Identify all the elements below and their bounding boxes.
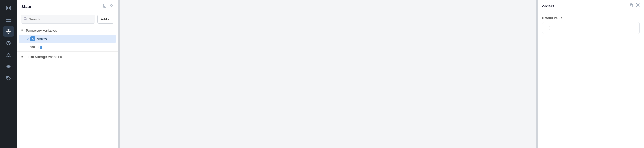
svg-point-24 [7, 77, 8, 78]
svg-point-35 [21, 56, 23, 58]
state-icon[interactable] [3, 26, 14, 37]
temporary-variables-chevron [21, 29, 23, 32]
atom-icon[interactable] [3, 61, 14, 72]
close-icon[interactable] [636, 3, 640, 9]
temporary-variables-label: Temporary Variables [26, 28, 57, 32]
svg-point-23 [8, 66, 9, 67]
svg-rect-1 [9, 6, 11, 7]
child-value-data: [] [40, 45, 42, 49]
chevron-down-icon [108, 17, 111, 21]
svg-rect-3 [9, 9, 11, 10]
search-input[interactable] [29, 17, 92, 21]
bug-icon[interactable] [3, 50, 14, 60]
grid-icon[interactable] [3, 3, 14, 13]
svg-line-12 [9, 43, 10, 44]
svg-line-15 [10, 54, 11, 54]
svg-point-34 [21, 29, 23, 31]
main-content [120, 0, 536, 148]
svg-point-32 [24, 18, 26, 20]
checkbox-icon [546, 26, 550, 30]
search-icon [24, 17, 27, 21]
child-value-label: value [30, 45, 39, 49]
detail-panel-title: orders [542, 4, 555, 8]
icon-rail [0, 0, 17, 148]
search-add-row: Add [17, 12, 118, 26]
state-panel-title: State [21, 4, 31, 9]
svg-line-14 [6, 54, 7, 54]
svg-rect-2 [6, 9, 8, 10]
variable-list: X orders value [] [17, 35, 118, 50]
detail-header-actions [629, 3, 640, 9]
search-box[interactable] [21, 15, 95, 24]
tag-icon[interactable] [3, 73, 14, 84]
temporary-variables-header[interactable]: Temporary Variables [17, 26, 118, 35]
local-storage-label: Local Storage Variables [26, 55, 62, 59]
state-header-actions [103, 4, 114, 9]
delete-icon[interactable] [629, 3, 633, 9]
expand-icon [27, 37, 29, 40]
svg-line-19 [10, 56, 11, 56]
svg-rect-36 [630, 4, 632, 7]
detail-panel: orders Default Value [538, 0, 644, 148]
state-panel-header: State [17, 0, 118, 12]
section-divider [17, 51, 118, 52]
variable-orders-value[interactable]: value [] [17, 43, 118, 50]
variable-orders-name: orders [37, 37, 47, 41]
detail-body: Default Value [538, 12, 644, 38]
detail-panel-header: orders [538, 0, 644, 12]
default-value-box[interactable] [542, 22, 640, 34]
clock-icon[interactable] [3, 38, 14, 48]
default-value-label: Default Value [542, 16, 640, 20]
menu-icon[interactable] [3, 14, 14, 25]
svg-line-18 [6, 56, 7, 56]
var-type-badge: X [30, 36, 35, 41]
add-button[interactable]: Add [97, 15, 114, 24]
file-icon[interactable] [103, 4, 107, 9]
pin-icon[interactable] [109, 4, 114, 9]
svg-line-33 [26, 19, 27, 20]
local-storage-header[interactable]: Local Storage Variables [17, 53, 118, 61]
svg-point-13 [7, 54, 10, 57]
svg-rect-0 [6, 6, 8, 7]
local-storage-chevron [21, 55, 23, 59]
variable-orders[interactable]: X orders [19, 35, 116, 43]
state-panel: State [17, 0, 118, 148]
